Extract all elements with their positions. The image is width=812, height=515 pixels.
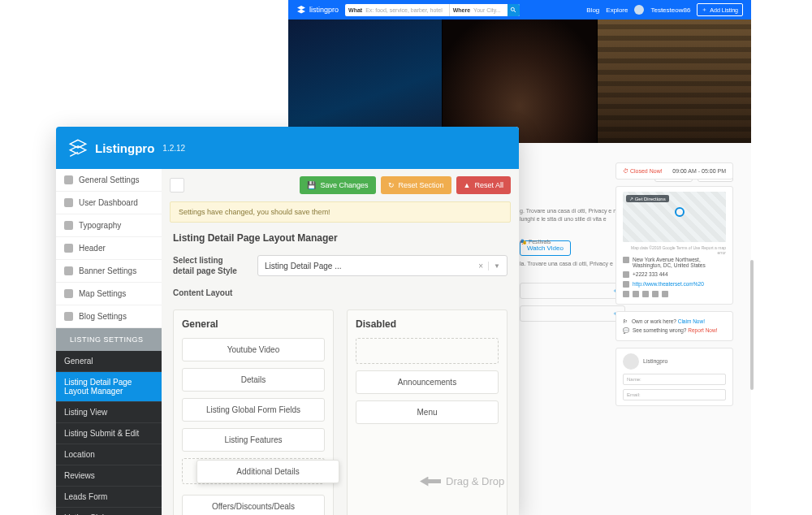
layers-icon — [67, 137, 89, 158]
nav-icon — [64, 289, 73, 298]
layout-block-youtube-video[interactable]: Youtube Video — [182, 338, 325, 361]
nav-icon — [64, 221, 73, 230]
sidebar-item-general-settings[interactable]: General Settings — [56, 169, 162, 192]
nav-user[interactable]: Testesteow86 — [650, 6, 690, 14]
dropzone[interactable] — [356, 338, 499, 364]
expand-toggle-icon[interactable] — [170, 178, 184, 193]
sidebar-sub-listing-claim[interactable]: Listing Claim — [56, 508, 162, 515]
admin-panel: Listingpro 1.2.12 General SettingsUser D… — [56, 127, 519, 515]
social-row[interactable] — [623, 289, 726, 299]
column-disabled-title: Disabled — [356, 318, 499, 330]
admin-version: 1.2.12 — [162, 144, 185, 153]
sidebar-item-typography[interactable]: Typography — [56, 214, 162, 237]
layout-block-menu[interactable]: Menu — [356, 400, 499, 424]
sidebar-sub-general[interactable]: General — [56, 351, 162, 372]
admin-main: 💾 Save Changes ↻ Reset Section ▲ Reset A… — [162, 169, 519, 515]
admin-brand: Listingpro — [95, 141, 154, 155]
status-closed: Closed Now! — [630, 168, 663, 174]
get-directions-button[interactable]: ↗ Get Directions — [626, 195, 669, 202]
pin-icon — [623, 257, 629, 263]
sidebar-item-banner-settings[interactable]: Banner Settings — [56, 260, 162, 283]
frontend-search[interactable]: What Ex: food, service, barber, hotel Wh… — [345, 4, 520, 16]
style-clear-icon[interactable]: × — [473, 262, 489, 270]
layers-icon — [296, 5, 306, 15]
hero-gallery — [288, 19, 751, 143]
layout-block-additional-details[interactable]: Additional Details — [197, 460, 339, 483]
sidebar-sub-listing-submit-edit[interactable]: Listing Submit & Edit — [56, 423, 162, 444]
nav-icon — [64, 312, 73, 321]
admin-toolbar: 💾 Save Changes ↻ Reset Section ▲ Reset A… — [162, 169, 519, 201]
add-listing-button[interactable]: ＋ Add Listing — [697, 3, 743, 16]
map[interactable]: ↗ Get Directions — [623, 192, 726, 242]
sidebar-item-map-settings[interactable]: Map Settings — [56, 283, 162, 305]
hero-image-1[interactable] — [288, 19, 442, 143]
sidebar-sub-reviews[interactable]: Reviews — [56, 465, 162, 487]
column-general[interactable]: General Youtube VideoDetailsListing Glob… — [173, 309, 334, 515]
location-card: ↗ Get Directions Map data ©2018 Google T… — [615, 186, 733, 305]
avatar[interactable] — [634, 5, 644, 15]
style-select-row: Select listing detail page Style Listing… — [162, 255, 519, 288]
expand-row-1[interactable]: ＋ — [520, 283, 625, 299]
sidebar-sub-listing-view[interactable]: Listing View — [56, 402, 162, 423]
sidebar-item-header[interactable]: Header — [56, 237, 162, 260]
url-line[interactable]: http://www.theaterset.com%20 — [623, 279, 726, 289]
search-icon — [510, 6, 516, 13]
sidebar-section-listing-settings[interactable]: LISTING SETTINGS — [56, 328, 162, 351]
sidebar-sub-leads-form[interactable]: Leads Form — [56, 487, 162, 508]
unsaved-warning: Settings have changed, you should save t… — [170, 201, 511, 223]
sidebar-item-user-dashboard[interactable]: User Dashboard — [56, 192, 162, 214]
claim-link[interactable]: Claim Now! — [678, 318, 705, 324]
search-what-label: What — [345, 7, 365, 13]
layout-block-listing-features[interactable]: Listing Features — [182, 428, 325, 452]
report-link[interactable]: Report Now! — [688, 327, 717, 333]
map-pin-icon — [675, 207, 685, 217]
sidebar-item-blog-settings[interactable]: Blog Settings — [56, 305, 162, 328]
hero-image-2[interactable] — [443, 19, 596, 143]
style-select[interactable]: Listing Detail Page ... × ▼ — [257, 255, 508, 276]
add-listing-label: Add Listing — [710, 7, 738, 13]
nav-icon — [64, 198, 73, 207]
frontend-sidebar: ⏱ Closed Now! 09:00 AM - 05:00 PM ↗ Get … — [615, 162, 733, 406]
search-go-button[interactable] — [508, 4, 520, 16]
layout-block-announcements[interactable]: Announcements — [356, 370, 499, 394]
save-changes-button[interactable]: 💾 Save Changes — [300, 176, 375, 194]
frontend-brand: listingpro — [309, 6, 339, 14]
nav-icon — [64, 175, 73, 184]
style-label: Select listing detail page Style — [173, 255, 246, 276]
layout-block-offers-discounts-deals[interactable]: Offers/Discounts/Deals — [182, 495, 325, 515]
nav-icon — [64, 266, 73, 275]
expand-row-2[interactable]: ＋ — [520, 305, 625, 322]
reset-section-button[interactable]: ↻ Reset Section — [381, 176, 451, 194]
nav-explore[interactable]: Explore — [606, 6, 628, 14]
contact-email-input[interactable]: Email: — [623, 389, 726, 400]
frontend-header: listingpro What Ex: food, service, barbe… — [288, 0, 751, 19]
contact-name-input[interactable]: Name: — [623, 374, 726, 385]
layout-block-listing-global-form-fields[interactable]: Listing Global Form Fields — [182, 398, 325, 422]
frontend-nav: Blog Explore Testesteow86 ＋ Add Listing — [586, 3, 743, 16]
svg-line-1 — [514, 11, 516, 12]
address-line: New York Avenue Northwest,Washington, DC… — [623, 255, 726, 270]
page-title: Listing Detail Page Layout Manager — [162, 232, 519, 255]
nav-icon — [64, 244, 73, 253]
author-name: Listingpro — [643, 358, 667, 364]
column-general-title: General — [182, 318, 325, 330]
hero-image-3[interactable] — [598, 19, 751, 143]
admin-sidebar: General SettingsUser DashboardTypography… — [56, 169, 162, 515]
phone-line: +2222 333 444 — [623, 270, 726, 279]
layout-block-details[interactable]: Details — [182, 368, 325, 392]
admin-header: Listingpro 1.2.12 — [56, 127, 519, 169]
arrow-left-icon — [420, 477, 441, 487]
globe-icon — [623, 281, 629, 288]
svg-point-0 — [511, 7, 514, 11]
tags-snippet: 🎭 Festivals — [520, 238, 625, 246]
sidebar-sub-listing-detail-page-layout-manager[interactable]: Listing Detail Page Layout Manager — [56, 372, 162, 402]
search-where-label: Where — [450, 7, 473, 13]
claim-card: 🏳Own or work here? Claim Now! 💬See somet… — [615, 311, 733, 341]
page-scrollbar[interactable] — [750, 260, 754, 390]
nav-blog[interactable]: Blog — [586, 6, 599, 14]
frontend-logo[interactable]: listingpro — [296, 5, 339, 15]
drag-drop-hint: Drag & Drop — [420, 475, 504, 487]
sidebar-sub-location[interactable]: Location — [56, 444, 162, 465]
reset-all-button[interactable]: ▲ Reset All — [456, 176, 511, 194]
search-what-placeholder: Ex: food, service, barber, hotel — [365, 7, 449, 13]
